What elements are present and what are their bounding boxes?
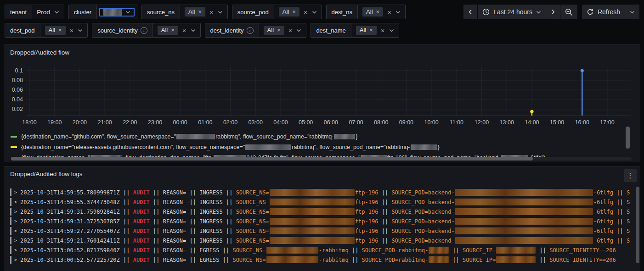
cluster-select-focused[interactable]: [99, 8, 135, 17]
time-range-picker-button[interactable]: Last 24 hours: [478, 5, 546, 19]
logs-panel-title[interactable]: Dropped/Audited flow logs: [10, 171, 83, 177]
info-icon[interactable]: i: [247, 27, 254, 34]
log-expand-icon[interactable]: >: [14, 190, 17, 195]
chip-remove-icon[interactable]: ×: [369, 27, 373, 34]
redacted-text: [270, 208, 355, 215]
legend-series-color-icon: [11, 136, 17, 138]
filter-dest_identity[interactable]: dest_identityiAll××: [205, 23, 307, 38]
log-row[interactable]: >2025-10-31T14:59:55.374473048Z || AUDIT…: [10, 197, 636, 207]
filter-chip-label: All: [360, 27, 366, 34]
chip-remove-icon[interactable]: ×: [277, 27, 281, 34]
filter-label-text: source_identity: [97, 27, 137, 34]
time-shift-back-button[interactable]: [463, 5, 478, 19]
filter-chip-label: All: [49, 27, 55, 34]
refresh-button[interactable]: Refresh: [582, 5, 625, 19]
redacted-text: [455, 208, 593, 215]
chip-remove-icon[interactable]: ×: [171, 27, 175, 34]
log-row[interactable]: >2025-10-31T13:00:52.871759840Z || AUDIT…: [10, 245, 636, 255]
clear-filter-icon[interactable]: ×: [209, 9, 214, 16]
filter-chip[interactable]: All×: [45, 26, 66, 35]
log-expand-icon[interactable]: >: [14, 228, 17, 233]
filter-chip[interactable]: All×: [185, 7, 205, 17]
filter-source_pod[interactable]: source_podAll××: [232, 5, 322, 19]
legend-row[interactable]: {destination_name="github.com", flow_sou…: [8, 131, 626, 142]
log-expand-icon[interactable]: >: [14, 257, 17, 262]
legend-series-color-icon: [11, 146, 17, 148]
legend-horizontal-scrollbar[interactable]: [11, 157, 632, 160]
log-row[interactable]: >2025-10-31T14:59:31.372530785Z || AUDIT…: [10, 216, 636, 226]
filter-dest_ns[interactable]: dest_nsAll××: [326, 5, 406, 19]
redacted-text: [429, 247, 449, 254]
redacted-text: [266, 256, 318, 263]
redacted-text: [455, 218, 593, 225]
chevron-right-icon: [551, 9, 555, 15]
clear-filter-icon[interactable]: ×: [381, 27, 385, 34]
log-line: 2025-10-31T14:59:27.277055407Z || AUDIT …: [20, 227, 630, 234]
log-row[interactable]: >2025-10-31T13:00:52.577225720Z || AUDIT…: [10, 255, 636, 265]
filter-label: source_pod: [232, 5, 274, 19]
log-level-marker: [10, 217, 11, 225]
filter-chip[interactable]: All×: [279, 7, 299, 17]
log-expand-icon[interactable]: >: [14, 238, 17, 243]
flow-chart[interactable]: 18:0019:0020:0021:0022:0023:0000:0001:00…: [6, 61, 637, 129]
filter-chip[interactable]: All×: [356, 26, 377, 35]
chip-remove-icon[interactable]: ×: [292, 8, 296, 16]
filters-row-1: tenantProdclustersource_nsAll××source_po…: [5, 5, 639, 19]
filter-cluster[interactable]: cluster: [68, 5, 137, 19]
log-row[interactable]: >2025-10-31T14:59:31.759892841Z || AUDIT…: [10, 207, 636, 216]
log-row[interactable]: >2025-10-31T14:59:55.780999871Z || AUDIT…: [10, 188, 636, 197]
redacted-text: [334, 134, 355, 139]
filter-source_identity[interactable]: source_identityiAll××: [92, 23, 200, 38]
time-shift-forward-button[interactable]: [546, 5, 560, 19]
clear-filter-icon[interactable]: ×: [387, 9, 391, 16]
legend-horizontal-scroll-thumb[interactable]: [11, 157, 533, 160]
chip-remove-icon[interactable]: ×: [376, 8, 380, 16]
logs-vertical-scroll-thumb[interactable]: [636, 187, 639, 263]
filter-value[interactable]: All××: [274, 5, 322, 19]
legend-vertical-scrollbar[interactable]: [626, 127, 630, 149]
log-expand-icon[interactable]: >: [14, 219, 17, 224]
filter-value[interactable]: [97, 5, 137, 19]
panel-menu-kebab-icon[interactable]: ⋮: [624, 169, 637, 182]
svg-text:04:00: 04:00: [273, 119, 288, 126]
log-expand-icon[interactable]: >: [14, 248, 17, 253]
refresh-interval-dropdown[interactable]: [625, 5, 639, 19]
redacted-text: [270, 227, 355, 234]
log-row[interactable]: >2025-10-31T14:59:27.277055407Z || AUDIT…: [10, 226, 636, 236]
svg-text:0.1: 0.1: [15, 67, 23, 74]
filter-source_ns[interactable]: source_nsAll××: [141, 5, 228, 19]
log-row[interactable]: >2025-10-31T14:59:21.760142411Z || AUDIT…: [10, 236, 636, 245]
filter-value[interactable]: All××: [351, 23, 399, 37]
filter-chip[interactable]: All×: [264, 26, 284, 35]
legend-row[interactable]: {destination_name="release-assets.github…: [8, 142, 626, 152]
clear-filter-icon[interactable]: ×: [182, 27, 186, 34]
log-expand-icon[interactable]: >: [14, 209, 17, 214]
filter-value[interactable]: Prod: [32, 5, 64, 19]
svg-text:07:00: 07:00: [349, 119, 363, 126]
legend-row[interactable]: {flow_destination_names="", flow_destina…: [8, 152, 626, 157]
filter-value[interactable]: All××: [40, 23, 88, 37]
filter-dest_name[interactable]: dest_nameAll××: [311, 23, 399, 38]
logs-vertical-scrollbar[interactable]: [636, 187, 639, 270]
filter-value[interactable]: All××: [358, 5, 405, 19]
chip-remove-icon[interactable]: ×: [58, 27, 62, 34]
filter-dest_pod[interactable]: dest_podAll××: [5, 23, 88, 38]
filter-label-text: cluster: [74, 9, 91, 16]
filter-value[interactable]: All××: [153, 23, 200, 37]
clear-filter-icon[interactable]: ×: [288, 27, 293, 34]
log-level-marker: [10, 246, 11, 254]
flow-panel-title[interactable]: Dropped/Audited flow: [10, 49, 69, 56]
clear-filter-icon[interactable]: ×: [304, 9, 308, 16]
filter-chip[interactable]: All×: [158, 26, 178, 35]
log-expand-icon[interactable]: >: [14, 199, 17, 205]
filter-tenant[interactable]: tenantProd: [5, 5, 64, 19]
zoom-out-time-button[interactable]: [560, 5, 577, 19]
filter-value[interactable]: All××: [180, 5, 227, 19]
clear-filter-icon[interactable]: ×: [70, 27, 74, 34]
filter-label: dest_identityi: [205, 23, 259, 37]
filter-label: dest_ns: [327, 5, 358, 19]
filter-chip[interactable]: All×: [362, 7, 383, 17]
chip-remove-icon[interactable]: ×: [198, 8, 202, 16]
info-icon[interactable]: i: [141, 27, 147, 34]
filter-value[interactable]: All××: [259, 23, 306, 37]
